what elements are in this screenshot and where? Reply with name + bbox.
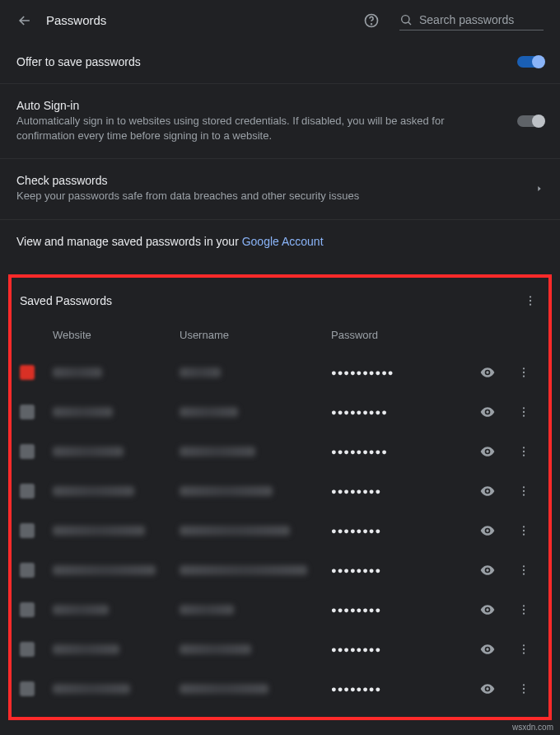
row-more-icon[interactable] xyxy=(507,682,540,695)
password-row: ●●●●●●●●●● xyxy=(20,353,540,392)
search-input[interactable] xyxy=(419,10,544,30)
username-value xyxy=(180,684,268,694)
back-arrow-icon[interactable] xyxy=(16,12,33,29)
svg-point-25 xyxy=(523,608,525,610)
website-value[interactable] xyxy=(53,605,109,615)
password-masked: ●●●●●●●●●● xyxy=(331,368,468,377)
show-password-icon[interactable] xyxy=(471,602,504,618)
row-more-icon[interactable] xyxy=(507,524,540,537)
show-password-icon[interactable] xyxy=(471,641,504,658)
row-more-icon[interactable] xyxy=(507,643,540,656)
svg-point-5 xyxy=(530,303,531,305)
svg-point-14 xyxy=(523,454,525,456)
svg-point-18 xyxy=(523,526,525,527)
auto-signin-label: Auto Sign-in xyxy=(16,99,501,112)
row-more-icon[interactable] xyxy=(507,445,540,458)
password-row: ●●●●●●●● xyxy=(20,669,540,709)
search-icon xyxy=(399,13,413,26)
manage-passwords-text: View and manage saved passwords in your … xyxy=(0,220,560,266)
svg-point-29 xyxy=(523,652,525,653)
website-value[interactable] xyxy=(53,368,102,377)
row-more-icon[interactable] xyxy=(507,485,540,498)
row-more-icon[interactable] xyxy=(507,405,540,419)
password-masked: ●●●●●●●●● xyxy=(331,407,468,417)
show-password-icon[interactable] xyxy=(471,443,504,460)
password-masked: ●●●●●●●● xyxy=(331,486,468,496)
password-row: ●●●●●●●● xyxy=(20,630,540,669)
password-masked: ●●●●●●●●● xyxy=(331,447,468,456)
password-row: ●●●●●●●●● xyxy=(20,392,540,432)
svg-point-24 xyxy=(523,605,525,606)
svg-point-28 xyxy=(523,648,525,649)
globe-icon xyxy=(20,523,35,538)
page-title: Passwords xyxy=(46,13,350,27)
password-masked: ●●●●●●●● xyxy=(331,644,468,654)
col-website: Website xyxy=(53,329,176,341)
check-passwords-description: Keep your passwords safe from data breac… xyxy=(16,189,519,204)
svg-point-26 xyxy=(523,612,525,614)
svg-point-12 xyxy=(523,447,525,448)
globe-icon xyxy=(20,484,35,499)
manage-prefix: View and manage saved passwords in your xyxy=(16,235,242,248)
website-value[interactable] xyxy=(53,486,134,496)
auto-signin-toggle[interactable] xyxy=(517,115,544,127)
password-row: ●●●●●●●● xyxy=(20,590,540,630)
search-field[interactable] xyxy=(399,10,544,30)
password-masked: ●●●●●●●● xyxy=(331,565,468,575)
password-row: ●●●●●●●● xyxy=(20,550,540,590)
chevron-right-icon xyxy=(535,185,544,193)
row-more-icon[interactable] xyxy=(507,366,540,379)
svg-point-21 xyxy=(523,565,525,567)
svg-point-11 xyxy=(523,414,525,416)
globe-icon xyxy=(20,444,35,459)
row-more-icon[interactable] xyxy=(507,603,540,616)
svg-point-8 xyxy=(523,375,525,377)
website-value[interactable] xyxy=(53,447,124,456)
website-value[interactable] xyxy=(53,565,156,575)
svg-point-1 xyxy=(371,23,372,24)
svg-point-19 xyxy=(523,529,525,531)
password-row: ●●●●●●●●● xyxy=(20,432,540,471)
row-more-icon[interactable] xyxy=(507,564,540,577)
svg-point-7 xyxy=(523,371,525,372)
svg-point-6 xyxy=(523,368,525,369)
show-password-icon[interactable] xyxy=(471,404,504,420)
svg-point-16 xyxy=(523,489,525,491)
username-value xyxy=(180,526,290,536)
svg-point-20 xyxy=(523,533,525,535)
show-password-icon[interactable] xyxy=(471,364,504,381)
help-icon[interactable] xyxy=(363,12,380,29)
website-value[interactable] xyxy=(53,407,113,417)
saved-passwords-section: Saved Passwords Website Username Passwor… xyxy=(8,274,552,720)
globe-icon xyxy=(20,681,35,696)
offer-save-toggle[interactable] xyxy=(517,56,544,68)
auto-signin-description: Automatically sign in to websites using … xyxy=(16,114,501,143)
svg-point-9 xyxy=(523,407,525,409)
globe-icon xyxy=(20,602,35,617)
show-password-icon[interactable] xyxy=(471,522,504,539)
svg-point-10 xyxy=(523,410,525,412)
svg-point-4 xyxy=(530,299,531,301)
check-passwords-row[interactable]: Check passwords Keep your passwords safe… xyxy=(0,159,560,219)
svg-point-31 xyxy=(523,687,525,689)
website-value[interactable] xyxy=(53,526,145,536)
svg-point-22 xyxy=(523,569,525,570)
show-password-icon[interactable] xyxy=(471,562,504,578)
globe-icon xyxy=(20,563,35,578)
svg-point-27 xyxy=(523,644,525,646)
website-value[interactable] xyxy=(53,644,119,654)
svg-point-3 xyxy=(530,296,531,297)
svg-point-15 xyxy=(523,486,525,488)
globe-icon xyxy=(20,642,35,657)
saved-more-icon[interactable] xyxy=(520,291,540,311)
google-account-link[interactable]: Google Account xyxy=(242,235,324,248)
password-row: ●●●●●●●● xyxy=(20,511,540,550)
show-password-icon[interactable] xyxy=(471,681,504,697)
password-masked: ●●●●●●●● xyxy=(331,605,468,615)
show-password-icon[interactable] xyxy=(471,483,504,499)
check-passwords-label: Check passwords xyxy=(16,174,519,187)
username-value xyxy=(180,447,255,456)
username-value xyxy=(180,368,221,377)
username-value xyxy=(180,407,238,417)
website-value[interactable] xyxy=(53,684,130,694)
